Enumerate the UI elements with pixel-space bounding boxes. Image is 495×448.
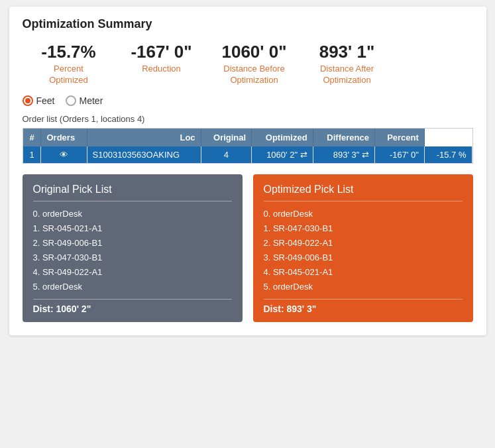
list-item: 4. SR-049-022-A1 xyxy=(33,265,232,280)
meter-label: Meter xyxy=(80,95,103,106)
feet-radio[interactable]: Feet xyxy=(23,95,55,106)
meter-radio-circle xyxy=(66,95,76,106)
list-item: 1. SR-045-021-A1 xyxy=(33,221,232,236)
metric-label: Distance After Optimization xyxy=(301,64,394,86)
original-pick-list: Original Pick List 0. orderDesk 1. SR-04… xyxy=(23,174,243,322)
col-header-num: # xyxy=(23,129,41,146)
metric-value: 893' 1" xyxy=(301,42,394,62)
order-list-subtitle: (Orders 1, locations 4) xyxy=(60,114,145,124)
feet-label: Feet xyxy=(36,95,55,106)
optimized-pick-list-dist: Dist: 893' 3" xyxy=(264,299,463,314)
pick-lists-container: Original Pick List 0. orderDesk 1. SR-04… xyxy=(23,174,473,322)
eye-icon: 👁 xyxy=(60,150,68,160)
table-row: 1 👁 S1003103563OAKING 4 1060' 2" ⇄ 893' … xyxy=(23,146,472,163)
metric-value: 1060' 0" xyxy=(208,42,301,62)
list-item: 3. SR-047-030-B1 xyxy=(33,251,232,265)
cell-eye[interactable]: 👁 xyxy=(41,146,87,163)
metric-block-distance-after: 893' 1"Distance After Optimization xyxy=(301,42,394,86)
optimized-pick-list-items: 0. orderDesk 1. SR-047-030-B1 2. SR-049-… xyxy=(264,207,463,295)
col-header-loc: Loc xyxy=(87,129,201,146)
metric-value: -167' 0" xyxy=(115,42,208,62)
cell-num: 1 xyxy=(23,146,41,163)
metric-value: -15.7% xyxy=(23,42,115,62)
col-header-difference: Difference xyxy=(313,129,374,146)
meter-radio[interactable]: Meter xyxy=(66,95,103,106)
col-header-orders: Orders xyxy=(41,129,87,146)
metric-label: Percent Optimized xyxy=(23,64,115,86)
metric-block-reduction: -167' 0"Reduction xyxy=(115,42,208,86)
list-item: 0. orderDesk xyxy=(33,207,232,221)
metric-label: Reduction xyxy=(115,64,208,75)
optimized-pick-list-title: Optimized Pick List xyxy=(264,184,463,201)
cell-loc: 4 xyxy=(201,146,252,163)
list-item: 0. orderDesk xyxy=(264,207,463,221)
orders-table-container: # Orders Loc Original Optimized Differen… xyxy=(23,128,473,164)
main-card: Optimization Summary -15.7%Percent Optim… xyxy=(9,7,486,335)
summary-metrics: -15.7%Percent Optimized-167' 0"Reduction… xyxy=(23,42,473,86)
col-header-original: Original xyxy=(201,129,252,146)
metric-block-distance-before: 1060' 0"Distance Before Optimization xyxy=(208,42,301,86)
order-list-title: Order list (Orders 1, locations 4) xyxy=(23,113,473,124)
feet-radio-circle xyxy=(23,95,33,106)
list-item: 5. orderDesk xyxy=(264,280,463,294)
unit-selector: Feet Meter xyxy=(23,95,473,106)
cell-original: 1060' 2" ⇄ xyxy=(252,146,313,163)
cell-percent: -15.7 % xyxy=(424,146,472,163)
list-item: 2. SR-049-006-B1 xyxy=(33,236,232,251)
page-title: Optimization Summary xyxy=(23,17,473,31)
list-item: 5. orderDesk xyxy=(33,280,232,294)
original-pick-list-title: Original Pick List xyxy=(33,184,232,201)
metric-label: Distance Before Optimization xyxy=(208,64,301,86)
list-item: 1. SR-047-030-B1 xyxy=(264,221,463,236)
cell-order: S1003103563OAKING xyxy=(87,146,201,163)
col-header-percent: Percent xyxy=(374,129,424,146)
cell-difference: -167' 0" xyxy=(374,146,424,163)
orders-table: # Orders Loc Original Optimized Differen… xyxy=(23,129,472,163)
list-item: 2. SR-049-022-A1 xyxy=(264,236,463,251)
optimized-pick-list: Optimized Pick List 0. orderDesk 1. SR-0… xyxy=(253,174,473,322)
list-item: 3. SR-049-006-B1 xyxy=(264,251,463,265)
order-list-main-label: Order list xyxy=(23,114,60,124)
original-pick-list-items: 0. orderDesk 1. SR-045-021-A1 2. SR-049-… xyxy=(33,207,232,295)
cell-optimized: 893' 3" ⇄ xyxy=(313,146,374,163)
metric-block-percent-optimized: -15.7%Percent Optimized xyxy=(23,42,115,86)
col-header-optimized: Optimized xyxy=(252,129,313,146)
list-item: 4. SR-045-021-A1 xyxy=(264,265,463,280)
original-pick-list-dist: Dist: 1060' 2" xyxy=(33,299,232,314)
